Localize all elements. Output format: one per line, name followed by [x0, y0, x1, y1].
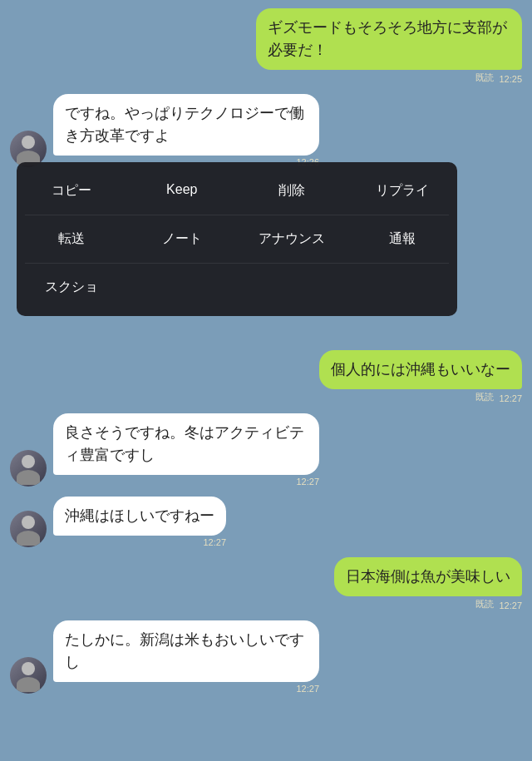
time-in-9: 12:27 [296, 684, 319, 694]
avatar-body-6 [17, 470, 40, 485]
context-menu-row-1: コピー Keep 削除 リプライ [17, 167, 457, 215]
avatar-figure-6 [12, 452, 45, 485]
bubble-out-5: 個人的には沖縄もいいなー [319, 350, 522, 389]
context-menu-forward[interactable]: 転送 [17, 215, 127, 263]
meta-in-6: 12:27 [53, 477, 319, 487]
time-out-1: 12:25 [499, 74, 522, 84]
content-in-9: たしかに。新潟は米もおいしいですし 12:27 [53, 620, 319, 694]
avatar-body-7 [17, 531, 40, 546]
bubble-out-8: 日本海側は魚が美味しい [334, 557, 522, 596]
context-menu-copy[interactable]: コピー [17, 167, 127, 215]
meta-out-8: 既読 12:27 [475, 598, 522, 610]
context-menu-empty-2 [237, 264, 347, 311]
message-in-7: 沖縄はほしいですねー 12:27 [10, 497, 522, 547]
context-menu-reply[interactable]: リプライ [347, 167, 458, 215]
context-menu: コピー Keep 削除 リプライ 転送 ノート アナウンス 通報 スクショ [17, 162, 457, 316]
time-out-8: 12:27 [499, 600, 522, 610]
read-label-5: 既読 [475, 391, 494, 403]
context-menu-row-3: スクショ [17, 264, 457, 311]
content-in-6: 良さそうですね。冬はアクティビティ豊富ですし 12:27 [53, 413, 319, 487]
message-out-8: 日本海側は魚が美味しい 既読 12:27 [10, 557, 522, 610]
avatar-7 [10, 511, 47, 547]
bubble-in-2: ですね。やっぱりテクノロジーで働き方改革ですよ [53, 94, 319, 156]
avatar-6 [10, 450, 47, 487]
avatar-9 [10, 657, 47, 694]
message-out-1: ギズモードもそろそろ地方に支部が必要だ！ 既読 12:25 [10, 8, 522, 84]
context-menu-delete[interactable]: 削除 [237, 167, 347, 215]
bubble-out-1: ギズモードもそろそろ地方に支部が必要だ！ [256, 8, 522, 70]
context-menu-screenshot[interactable]: スクショ [17, 264, 127, 311]
avatar-figure-2 [12, 132, 45, 166]
avatar-head-6 [22, 455, 35, 468]
avatar-image-7 [10, 511, 47, 547]
avatar-figure-9 [12, 659, 45, 692]
bubble-in-9: たしかに。新潟は米もおいしいですし [53, 620, 319, 682]
context-menu-note[interactable]: ノート [127, 215, 238, 263]
meta-out-5: 既読 12:27 [475, 391, 522, 403]
content-in-7: 沖縄はほしいですねー 12:27 [53, 497, 226, 547]
context-menu-announce[interactable]: アナウンス [237, 215, 347, 263]
avatar-head-7 [22, 516, 35, 529]
bubble-in-7: 沖縄はほしいですねー [53, 497, 226, 536]
context-menu-empty-3 [347, 264, 458, 311]
avatar-body-9 [17, 677, 40, 692]
avatar-head-2 [22, 136, 35, 149]
message-in-6: 良さそうですね。冬はアクティビティ豊富ですし 12:27 [10, 413, 522, 487]
context-menu-report[interactable]: 通報 [347, 215, 458, 263]
context-menu-keep[interactable]: Keep [127, 167, 238, 215]
time-in-6: 12:27 [296, 477, 319, 487]
time-in-7: 12:27 [203, 537, 226, 547]
read-label-1: 既読 [475, 72, 494, 84]
message-out-5: 個人的には沖縄もいいなー 既読 12:27 [10, 350, 522, 403]
avatar-head-9 [22, 662, 35, 675]
meta-in-7: 12:27 [53, 537, 226, 547]
message-in-9: たしかに。新潟は米もおいしいですし 12:27 [10, 620, 522, 694]
meta-out-1: 既読 12:25 [475, 72, 522, 84]
time-out-5: 12:27 [499, 393, 522, 403]
meta-in-9: 12:27 [53, 684, 319, 694]
context-menu-row-2: 転送 ノート アナウンス 通報 [17, 215, 457, 263]
content-in-2: ですね。やっぱりテクノロジーで働き方改革ですよ 12:26 [53, 94, 319, 167]
avatar-image-9 [10, 657, 47, 694]
context-menu-empty-1 [127, 264, 238, 311]
message-in-2: ですね。やっぱりテクノロジーで働き方改革ですよ 12:26 [10, 94, 522, 167]
chat-container: ギズモードもそろそろ地方に支部が必要だ！ 既読 12:25 ですね。やっぱりテク… [0, 0, 532, 761]
read-label-8: 既読 [475, 598, 494, 610]
avatar-image-6 [10, 450, 47, 487]
avatar-figure-7 [12, 512, 45, 546]
bubble-in-6: 良さそうですね。冬はアクティビティ豊富ですし [53, 413, 319, 475]
